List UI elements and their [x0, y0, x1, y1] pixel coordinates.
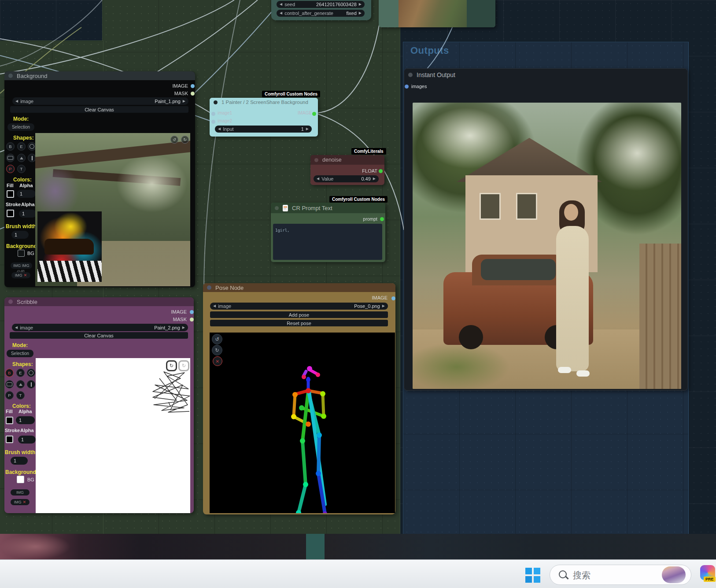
right-arrow-icon[interactable]: ▶	[382, 304, 385, 308]
mode-selection-button[interactable]: Selection	[7, 123, 34, 131]
stroke-color-swatch[interactable]	[7, 210, 14, 217]
image-select-widget[interactable]: ◀ image Paint_2.png ▶	[12, 324, 188, 331]
collapse-dot-icon[interactable]	[408, 73, 413, 77]
shape-triangle-button[interactable]	[17, 154, 26, 162]
search-highlight-thumbnail[interactable]	[662, 566, 686, 583]
instant-output-header[interactable]: Instant Output	[404, 69, 687, 81]
control-after-generate-widget[interactable]: ◀ control_after_generate fixed ▶	[277, 10, 365, 17]
output-mask-port[interactable]	[191, 92, 195, 96]
brush-width-input[interactable]: 1	[11, 231, 29, 239]
windows-taskbar[interactable]: 搜索 PRE	[0, 559, 716, 588]
shape-rectangle-button[interactable]	[5, 380, 14, 388]
denoise-node-header[interactable]: denoise	[310, 155, 384, 165]
fill-alpha-input[interactable]: 1	[17, 190, 36, 198]
fill-color-swatch[interactable]	[6, 417, 13, 424]
preview-thumbnail-node[interactable]	[379, 0, 495, 27]
shape-rectangle-button[interactable]	[6, 154, 15, 162]
seed-widget[interactable]: ◀ seed 264120176003428 ▶	[277, 1, 365, 8]
collapse-dot-icon[interactable]	[275, 206, 279, 210]
right-arrow-icon[interactable]: ▶	[306, 127, 309, 131]
add-pose-button[interactable]: Add pose	[210, 311, 388, 318]
painter-screenshare-node[interactable]: 1 Painter / 2 ScreenShare Background ima…	[210, 98, 318, 137]
instant-output-node[interactable]: Instant Output images	[404, 68, 688, 391]
pose-node[interactable]: Pose Node IMAGE ◀ image Pose_0.png ▶ Add…	[203, 283, 395, 514]
output-prompt-port[interactable]	[380, 217, 384, 221]
left-arrow-icon[interactable]: ◀	[280, 3, 282, 6]
scribble-canvas[interactable]: ↻ ↻	[36, 358, 190, 513]
right-arrow-icon[interactable]: ▶	[359, 11, 362, 15]
shape-pen-button[interactable]: P	[6, 165, 15, 173]
canvas-redo-button[interactable]: ↻	[181, 136, 189, 144]
output-image-port[interactable]	[312, 112, 316, 116]
fill-color-swatch[interactable]	[7, 190, 14, 198]
collapse-dot-icon[interactable]	[207, 285, 211, 290]
img-x-button[interactable]: IMG ✕	[11, 499, 30, 505]
right-arrow-icon[interactable]: ▶	[182, 326, 185, 329]
image-select-widget[interactable]: ◀ image Pose_0.png ▶	[210, 303, 388, 310]
clear-canvas-button[interactable]: Clear Canvas	[10, 106, 188, 113]
prompt-node-header[interactable]: CR Prompt Text	[271, 203, 385, 213]
scribble-node-header[interactable]: Scribble	[4, 297, 194, 306]
collapse-dot-icon[interactable]	[214, 100, 218, 104]
brush-width-input[interactable]: 1	[11, 457, 28, 465]
shape-text-button[interactable]: T	[16, 391, 25, 399]
shape-brush-button[interactable]: B	[6, 142, 15, 151]
output-image-port[interactable]	[191, 84, 195, 88]
paint-canvas[interactable]: ↺ ↻	[35, 133, 190, 286]
seed-node[interactable]: ◀ seed 264120176003428 ▶ ◀ control_after…	[271, 0, 371, 20]
pose-skeleton[interactable]	[210, 333, 395, 513]
fill-alpha-input[interactable]: 1	[16, 416, 35, 424]
bg-color-checkbox[interactable]	[17, 476, 24, 483]
input-image2-port[interactable]	[211, 120, 215, 124]
left-arrow-icon[interactable]: ◀	[15, 326, 18, 329]
denoise-node[interactable]: denoise FLOAT ◀ Value 0.49 ▶	[310, 155, 384, 185]
painter-node-header[interactable]: 1 Painter / 2 ScreenShare Background	[210, 98, 318, 107]
img-button[interactable]: IMG	[11, 489, 30, 496]
clear-canvas-button[interactable]: Clear Canvas	[10, 332, 188, 339]
left-arrow-icon[interactable]: ◀	[317, 177, 319, 181]
right-arrow-icon[interactable]: ▶	[183, 100, 185, 103]
output-mask-port[interactable]	[190, 318, 194, 322]
taskbar-search[interactable]: 搜索	[550, 565, 691, 585]
shape-pen-button[interactable]: P	[5, 391, 14, 399]
copilot-button[interactable]: PRE	[700, 565, 716, 581]
image-select-widget[interactable]: ◀ image Paint_1.png ▶	[12, 97, 188, 105]
input-images-port[interactable]	[405, 85, 409, 89]
background-painter-node[interactable]: Background IMAGE MASK ◀ image Paint_1.pn…	[4, 71, 195, 287]
shape-circle-button[interactable]	[27, 369, 35, 377]
collapse-dot-icon[interactable]	[8, 300, 13, 304]
right-arrow-icon[interactable]: ▶	[373, 177, 376, 181]
reset-pose-button[interactable]: Reset pose	[210, 320, 388, 326]
pose-node-header[interactable]: Pose Node	[203, 283, 395, 292]
windows-start-button[interactable]	[525, 568, 540, 583]
output-float-port[interactable]	[379, 169, 383, 173]
stroke-alpha-input[interactable]: 1	[18, 436, 36, 444]
collapse-dot-icon[interactable]	[314, 158, 318, 162]
input-image1-port[interactable]	[211, 112, 215, 116]
shape-line-button[interactable]	[27, 380, 35, 388]
stroke-alpha-input[interactable]: 1	[19, 210, 37, 218]
output-image-port[interactable]	[190, 310, 194, 314]
stroke-color-swatch[interactable]	[6, 436, 13, 443]
img-x-button[interactable]: IMG ✕	[11, 272, 30, 278]
prompt-textarea[interactable]: 1girl,	[273, 224, 382, 260]
input-select-widget[interactable]: ◀ Input 1 ▶	[215, 126, 312, 133]
output-image-port[interactable]	[391, 296, 395, 300]
left-arrow-icon[interactable]: ◀	[213, 304, 216, 308]
pose-canvas[interactable]: ↺ ↻ ✕	[210, 333, 395, 513]
left-arrow-icon[interactable]: ◀	[15, 100, 18, 103]
cr-prompt-text-node[interactable]: CR Prompt Text prompt 1girl,	[271, 203, 385, 262]
left-arrow-icon[interactable]: ◀	[280, 11, 282, 15]
img-img-button[interactable]: IMG IMG	[11, 263, 32, 269]
mode-selection-button[interactable]: Selection	[7, 350, 33, 357]
shape-eraser-button[interactable]: E	[17, 142, 26, 151]
shape-triangle-button[interactable]	[16, 380, 25, 388]
shape-text-button[interactable]: T	[17, 165, 26, 173]
left-arrow-icon[interactable]: ◀	[218, 127, 221, 131]
canvas-undo-button[interactable]: ↺	[170, 136, 178, 144]
shape-eraser-button[interactable]: E	[16, 369, 25, 377]
bg-color-checkbox[interactable]	[18, 250, 25, 257]
right-arrow-icon[interactable]: ▶	[359, 3, 362, 6]
shape-brush-button[interactable]: B	[5, 369, 14, 377]
scribble-node[interactable]: Scribble IMAGE MASK ◀ image Paint_2.png …	[4, 297, 194, 513]
